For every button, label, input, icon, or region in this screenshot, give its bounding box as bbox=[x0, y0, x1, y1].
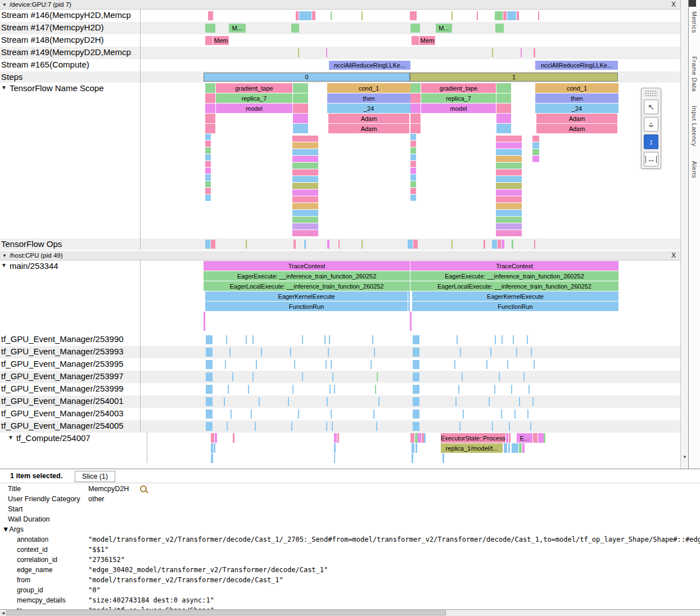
track-label-evt-253999[interactable]: tf_GPU_Event_Manager/253999 bbox=[0, 383, 141, 395]
trace-slice[interactable] bbox=[496, 223, 522, 230]
trace-slice[interactable] bbox=[410, 134, 416, 140]
trace-slice[interactable] bbox=[459, 422, 460, 431]
trace-slice[interactable] bbox=[410, 168, 416, 174]
args-section-header[interactable]: ▼Args bbox=[0, 524, 700, 534]
trace-slice[interactable] bbox=[378, 397, 380, 406]
trace-slice[interactable] bbox=[410, 161, 416, 167]
track-label-evt-253997[interactable]: tf_GPU_Event_Manager/253997 bbox=[0, 371, 141, 383]
track-label-evt-253993[interactable]: tf_GPU_Event_Manager/253993 bbox=[0, 346, 141, 358]
trace-slice[interactable] bbox=[338, 240, 340, 249]
trace-slice[interactable] bbox=[519, 397, 520, 406]
trace-slice[interactable] bbox=[410, 188, 416, 194]
trace-slice[interactable] bbox=[211, 453, 213, 463]
trace-slice[interactable] bbox=[410, 83, 421, 93]
trace-slice[interactable] bbox=[292, 385, 293, 394]
trace-slice[interactable] bbox=[495, 24, 504, 33]
trace-slice[interactable] bbox=[451, 11, 453, 20]
trace-slice[interactable] bbox=[293, 93, 308, 103]
trace-slice[interactable] bbox=[252, 335, 254, 344]
trace-slice[interactable] bbox=[462, 372, 463, 381]
trace-slice[interactable] bbox=[293, 240, 296, 249]
trace-slice[interactable] bbox=[496, 83, 511, 93]
trace-slice[interactable] bbox=[410, 93, 421, 103]
trace-slice[interactable] bbox=[532, 136, 539, 142]
trace-slice[interactable] bbox=[331, 11, 332, 20]
trace-slice[interactable] bbox=[292, 142, 318, 149]
trace-slice[interactable] bbox=[496, 217, 522, 223]
trace-slice[interactable] bbox=[413, 335, 419, 344]
track-label-evt-254005[interactable]: tf_GPU_Event_Manager/254005 bbox=[0, 420, 141, 433]
trace-slice[interactable] bbox=[527, 335, 528, 344]
trace-slice[interactable] bbox=[492, 240, 497, 249]
trace-slice[interactable] bbox=[496, 176, 522, 182]
trace-slice[interactable] bbox=[255, 422, 256, 431]
trace-slice[interactable] bbox=[206, 360, 213, 369]
trace-slice[interactable] bbox=[410, 154, 416, 160]
trace-slice[interactable] bbox=[233, 433, 234, 443]
trace-slice[interactable] bbox=[292, 190, 318, 196]
trace-slice-eagerlocalexecute-inference-train-function-260252[interactable]: EagerLocalExecute: __inference_train_fun… bbox=[410, 281, 618, 291]
trace-slice[interactable] bbox=[534, 360, 535, 369]
trace-slice[interactable] bbox=[329, 335, 330, 344]
scroll-left-arrow-icon[interactable]: ◀ bbox=[0, 610, 6, 616]
trace-slice[interactable] bbox=[299, 11, 311, 20]
trace-slice[interactable] bbox=[293, 124, 308, 133]
trace-slice-cond-1[interactable]: cond_1 bbox=[327, 83, 410, 93]
zoom-tool-button[interactable]: ↕ bbox=[644, 134, 658, 149]
trace-slice[interactable] bbox=[327, 240, 329, 249]
trace-slice[interactable] bbox=[460, 348, 461, 357]
trace-slice[interactable] bbox=[410, 114, 421, 123]
track-timeline-main-253344[interactable]: TraceContextTraceContextEagerExecute: __… bbox=[141, 260, 680, 334]
trace-slice[interactable] bbox=[499, 372, 500, 381]
trace-slice-m-[interactable]: M... bbox=[229, 24, 246, 33]
trace-slice[interactable] bbox=[451, 240, 453, 249]
trace-slice[interactable] bbox=[326, 422, 327, 431]
trace-slice[interactable] bbox=[514, 410, 516, 419]
scroll-down-arrow-icon[interactable]: ▼ bbox=[681, 453, 689, 461]
trace-slice[interactable] bbox=[410, 104, 421, 113]
trace-slice[interactable] bbox=[517, 11, 519, 20]
trace-slice[interactable] bbox=[205, 240, 210, 249]
trace-slice[interactable] bbox=[507, 360, 508, 369]
track-label-evt-253990[interactable]: tf_GPU_Event_Manager/253990 bbox=[0, 334, 141, 346]
tab-alerts[interactable]: Alerts bbox=[691, 161, 698, 178]
trace-slice[interactable] bbox=[512, 240, 513, 249]
trace-slice[interactable] bbox=[298, 410, 299, 419]
trace-slice[interactable] bbox=[292, 136, 318, 142]
trace-slice[interactable] bbox=[413, 410, 419, 419]
trace-slice[interactable] bbox=[205, 188, 211, 194]
trace-slice[interactable] bbox=[256, 360, 257, 369]
collapse-arrow-icon[interactable]: ▼ bbox=[1, 83, 7, 91]
trace-slice[interactable] bbox=[412, 453, 413, 463]
trace-slice[interactable] bbox=[410, 147, 416, 154]
trace-slice[interactable] bbox=[496, 149, 522, 155]
track-timeline-stream-146[interactable] bbox=[141, 10, 680, 22]
trace-slice-replica-7[interactable]: replica_7 bbox=[421, 93, 496, 103]
trace-slice[interactable] bbox=[410, 181, 416, 187]
trace-slice[interactable] bbox=[291, 422, 292, 431]
trace-slice[interactable] bbox=[492, 48, 493, 57]
trace-slice[interactable] bbox=[206, 372, 213, 381]
trace-slice[interactable] bbox=[205, 93, 215, 103]
trace-slice-e-[interactable]: E... bbox=[517, 433, 532, 443]
trace-slice[interactable] bbox=[375, 385, 376, 394]
track-label-stream-165[interactable]: Stream #165(Compute) bbox=[0, 59, 141, 71]
trace-slice-then[interactable]: then bbox=[327, 93, 410, 103]
trace-slice[interactable] bbox=[495, 335, 496, 344]
trace-slice[interactable] bbox=[410, 174, 416, 181]
trace-slice[interactable] bbox=[532, 397, 534, 406]
track-timeline-evt-253997[interactable] bbox=[141, 371, 680, 383]
trace-slice[interactable] bbox=[332, 372, 333, 381]
trace-slice[interactable] bbox=[521, 48, 522, 57]
track-label-name-scope[interactable]: ▼TensorFlow Name Scope bbox=[0, 83, 141, 239]
trace-slice[interactable] bbox=[208, 11, 213, 20]
trace-slice[interactable] bbox=[211, 240, 215, 249]
trace-slice[interactable] bbox=[507, 11, 516, 20]
trace-slice[interactable] bbox=[522, 443, 525, 453]
trace-slice[interactable] bbox=[331, 360, 332, 369]
track-label-evt-254001[interactable]: tf_GPU_Event_Manager/254001 bbox=[0, 395, 141, 408]
trace-slice[interactable] bbox=[337, 433, 339, 443]
trace-slice[interactable] bbox=[205, 83, 215, 93]
trace-slice[interactable] bbox=[326, 360, 327, 369]
selection-tool-button[interactable]: ↖ bbox=[644, 100, 658, 114]
